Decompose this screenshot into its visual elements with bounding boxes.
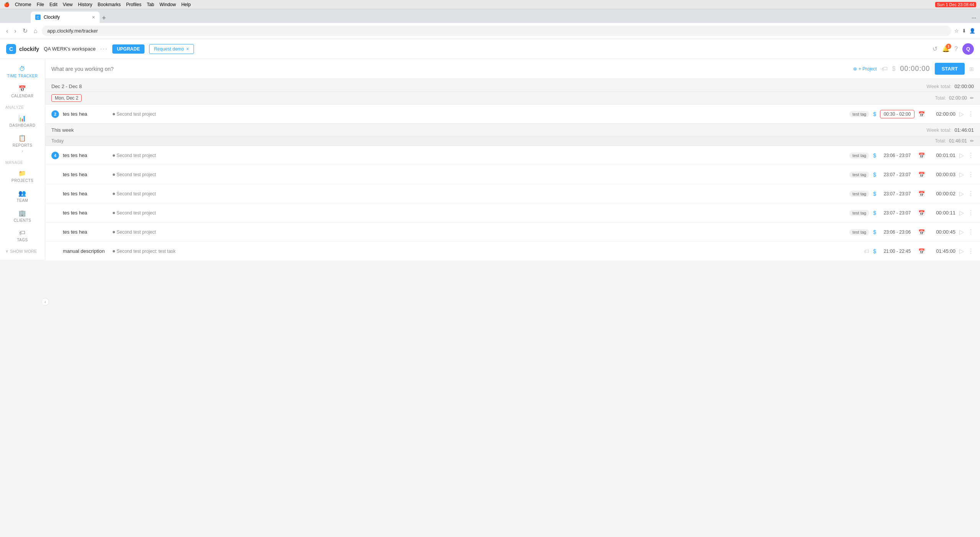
entry-tag[interactable]: test tag: [849, 172, 869, 178]
entry-play-button[interactable]: ▷: [959, 110, 964, 118]
entry-tag[interactable]: test tag: [849, 111, 869, 117]
back-button[interactable]: ‹: [5, 26, 10, 36]
chrome-controls[interactable]: ⋯: [972, 15, 976, 21]
download-icon[interactable]: ⬇: [962, 28, 966, 34]
history-menu[interactable]: History: [78, 2, 92, 7]
home-button[interactable]: ⌂: [32, 26, 39, 36]
entry-calendar-icon[interactable]: 📅: [918, 229, 925, 235]
new-tab-button[interactable]: +: [100, 14, 108, 22]
billable-icon[interactable]: $: [892, 65, 896, 72]
entry-play-button[interactable]: ▷: [959, 247, 964, 255]
help-icon[interactable]: ?: [954, 46, 958, 52]
entry-tag[interactable]: test tag: [849, 191, 869, 197]
entry-time-range[interactable]: 23:07 - 23:07: [880, 172, 914, 177]
entry-more-button[interactable]: ⋮: [968, 247, 974, 255]
tab-menu[interactable]: Tab: [147, 2, 154, 7]
sidebar-item-tags[interactable]: 🏷 TAGS: [2, 226, 43, 245]
sidebar-collapse-button[interactable]: ‹: [41, 298, 49, 306]
entry-description[interactable]: manual description: [63, 248, 109, 254]
show-more-button[interactable]: ∨ SHOW MORE: [0, 246, 45, 257]
entry-time-range[interactable]: 23:06 - 23:06: [880, 229, 914, 235]
entry-more-button[interactable]: ⋮: [968, 209, 974, 216]
mac-menu[interactable]: 🍎 Chrome File Edit View History Bookmark…: [4, 2, 191, 7]
tab-close-button[interactable]: ×: [92, 14, 95, 20]
entry-time-range[interactable]: 23:07 - 23:07: [880, 210, 914, 216]
entry-description[interactable]: tes tes hea: [63, 152, 109, 158]
entry-play-button[interactable]: ▷: [959, 228, 964, 236]
entry-more-button[interactable]: ⋮: [968, 228, 974, 236]
active-tab[interactable]: C Clockify ×: [31, 11, 100, 23]
apple-icon[interactable]: 🍎: [4, 2, 10, 7]
entry-play-button[interactable]: ▷: [959, 209, 964, 216]
tag-icon[interactable]: 🏷: [882, 65, 888, 72]
window-menu[interactable]: Window: [159, 2, 176, 7]
sidebar-item-reports[interactable]: 📋 REPORTS ›: [2, 131, 43, 156]
entry-calendar-icon[interactable]: 📅: [918, 248, 925, 254]
url-input[interactable]: [42, 26, 951, 36]
entry-billable-icon[interactable]: $: [873, 172, 876, 178]
entry-time-range[interactable]: 23:06 - 23:07: [880, 153, 914, 158]
sidebar-item-clients[interactable]: 🏢 CLIENTS: [2, 206, 43, 226]
view-menu[interactable]: View: [63, 2, 73, 7]
entry-project[interactable]: Second test project: [113, 172, 156, 177]
edit-menu[interactable]: Edit: [49, 2, 57, 7]
day-edit-icon[interactable]: ✏: [970, 95, 974, 101]
entry-more-button[interactable]: ⋮: [968, 152, 974, 159]
entry-description[interactable]: tes tes hea: [63, 111, 109, 117]
entry-time-range[interactable]: 23:07 - 23:07: [880, 191, 914, 196]
entry-calendar-icon[interactable]: 📅: [918, 172, 925, 178]
file-menu[interactable]: File: [37, 2, 44, 7]
entry-project[interactable]: Second test project: test task: [113, 249, 176, 254]
profile-icon[interactable]: 👤: [969, 28, 975, 34]
help-menu[interactable]: Help: [181, 2, 191, 7]
chrome-control-icon[interactable]: ⋯: [972, 15, 976, 21]
entry-tag[interactable]: test tag: [849, 229, 869, 235]
bookmark-icon[interactable]: ☆: [954, 28, 959, 34]
entry-project[interactable]: Second test project: [113, 191, 156, 196]
profiles-menu[interactable]: Profiles: [126, 2, 141, 7]
entry-calendar-icon[interactable]: 📅: [918, 152, 925, 159]
reload-button[interactable]: ↻: [21, 26, 29, 36]
start-button[interactable]: START: [935, 63, 965, 75]
close-demo-icon[interactable]: ×: [186, 46, 189, 52]
entry-description[interactable]: tes tes hea: [63, 229, 109, 235]
bookmarks-menu[interactable]: Bookmarks: [98, 2, 121, 7]
sidebar-item-dashboard[interactable]: 📊 DASHBOARD: [2, 111, 43, 131]
entry-play-button[interactable]: ▷: [959, 152, 964, 159]
entry-billable-icon[interactable]: $: [873, 152, 876, 159]
chrome-menu[interactable]: Chrome: [15, 2, 31, 7]
entry-project[interactable]: Second test project: [113, 153, 156, 158]
entry-billable-icon[interactable]: $: [873, 191, 876, 197]
sidebar-item-projects[interactable]: 📁 PROJECTS: [2, 167, 43, 186]
add-project-button[interactable]: ⊕ + Project: [853, 66, 877, 72]
request-demo-button[interactable]: Request demo ×: [149, 44, 194, 54]
entry-project[interactable]: Second test project: [113, 111, 156, 117]
entry-tag[interactable]: test tag: [849, 210, 869, 216]
sidebar-item-time-tracker[interactable]: ⏱ TIME TRACKER: [2, 62, 43, 81]
entry-description[interactable]: tes tes hea: [63, 172, 109, 177]
entry-more-button[interactable]: ⋮: [968, 190, 974, 197]
forward-button[interactable]: ›: [13, 26, 18, 36]
entry-project[interactable]: Second test project: [113, 210, 156, 216]
entry-tag-empty-icon[interactable]: 🏷: [864, 248, 869, 254]
entry-play-button[interactable]: ▷: [959, 190, 964, 197]
refresh-icon[interactable]: ↺: [932, 45, 937, 52]
entry-more-button[interactable]: ⋮: [968, 110, 974, 118]
entry-description[interactable]: tes tes hea: [63, 210, 109, 216]
entry-billable-icon[interactable]: $: [873, 111, 876, 117]
today-edit-icon[interactable]: ✏: [970, 138, 974, 144]
entry-more-button[interactable]: ⋮: [968, 171, 974, 178]
entry-billable-icon[interactable]: $: [873, 229, 876, 235]
entry-time-range[interactable]: 00:30 - 02:00: [880, 110, 914, 118]
sidebar-item-calendar[interactable]: 📅 CALENDAR: [2, 82, 43, 101]
notifications-button[interactable]: 🔔 1: [942, 45, 950, 52]
entry-time-range[interactable]: 21:00 - 22:45: [880, 249, 914, 254]
entry-billable-icon[interactable]: $: [873, 248, 876, 254]
entry-calendar-icon[interactable]: 📅: [918, 191, 925, 197]
time-description-input[interactable]: [51, 66, 849, 72]
entry-calendar-icon[interactable]: 📅: [918, 111, 925, 117]
avatar[interactable]: Q: [962, 43, 974, 55]
entry-play-button[interactable]: ▷: [959, 171, 964, 178]
entry-project[interactable]: Second test project: [113, 229, 156, 235]
sidebar-item-team[interactable]: 👥 TEAM: [2, 187, 43, 206]
